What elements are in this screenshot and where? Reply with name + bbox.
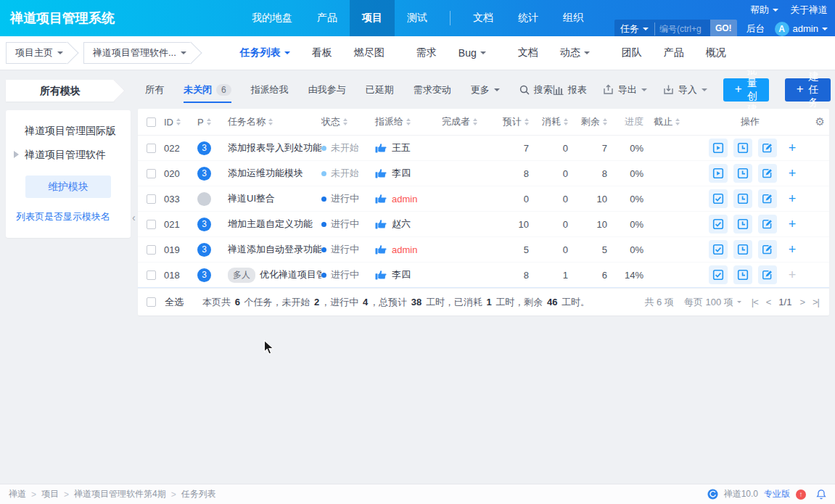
row-checkbox[interactable] — [147, 270, 156, 280]
sort-icon[interactable] — [564, 116, 568, 128]
tab-6[interactable]: 动态 — [560, 46, 590, 59]
filter-3[interactable]: 由我参与 — [308, 70, 346, 109]
sort-icon[interactable] — [603, 116, 607, 128]
sort-icon[interactable] — [525, 116, 529, 128]
first-page-button[interactable]: |< — [752, 297, 758, 307]
batch-create-button[interactable]: + 批量创建 — [723, 78, 769, 102]
edit-button[interactable] — [758, 164, 777, 183]
tab-8[interactable]: 产品 — [664, 46, 684, 59]
add-subtask-button[interactable]: + — [783, 215, 802, 234]
module-item-intl[interactable]: 禅道项目管理国际版 — [16, 123, 120, 139]
about-link[interactable]: 关于禅道 — [790, 4, 828, 17]
main-menu-5[interactable]: 文档 — [461, 0, 506, 36]
breadcrumb-project-home[interactable]: 项目主页 — [6, 42, 67, 64]
report-button[interactable]: 报表 — [553, 83, 587, 96]
go-button[interactable]: GO! — [710, 20, 737, 38]
footer-crumb-3[interactable]: 任务列表 — [181, 488, 216, 500]
add-subtask-button[interactable]: + — [783, 139, 802, 157]
log-effort-button[interactable] — [733, 189, 752, 208]
assignee[interactable]: 赵六 — [375, 218, 442, 231]
search-type-dropdown[interactable]: 任务 — [614, 22, 655, 36]
search-input[interactable] — [655, 24, 710, 34]
tab-2[interactable]: 燃尽图 — [354, 46, 384, 59]
filter-1[interactable]: 未关闭6 — [184, 70, 231, 109]
header-checkbox[interactable] — [147, 117, 156, 127]
start-button[interactable] — [709, 139, 728, 157]
sort-icon[interactable] — [473, 116, 477, 128]
select-all-checkbox[interactable] — [147, 297, 156, 307]
edit-button[interactable] — [758, 189, 777, 208]
prev-page-button[interactable]: < — [766, 297, 771, 307]
last-page-button[interactable]: >| — [813, 297, 819, 307]
sidebar-collapse-icon[interactable]: ‹ — [132, 212, 136, 223]
filter-6[interactable]: 更多 — [471, 70, 500, 109]
finish-button[interactable] — [709, 265, 728, 284]
filter-5[interactable]: 需求变动 — [414, 70, 451, 109]
help-menu[interactable]: 帮助 — [750, 4, 778, 17]
sort-icon[interactable] — [406, 116, 411, 128]
row-checkbox[interactable] — [147, 144, 156, 153]
main-menu-0[interactable]: 我的地盘 — [239, 0, 305, 36]
finish-button[interactable] — [709, 240, 728, 259]
edit-button[interactable] — [758, 215, 777, 234]
sort-icon[interactable] — [343, 116, 347, 128]
task-name-link[interactable]: 添加运维功能模块 — [228, 167, 321, 180]
tab-0[interactable]: 任务列表 — [240, 46, 290, 59]
breadcrumb-current-project[interactable]: 禅道项目管理软件... — [83, 42, 191, 64]
tab-3[interactable]: 需求 — [416, 46, 437, 59]
main-menu-2[interactable]: 项目 — [350, 0, 395, 36]
row-checkbox[interactable] — [147, 169, 156, 178]
export-menu[interactable]: 导出 — [603, 83, 647, 96]
edit-button[interactable] — [758, 265, 777, 284]
user-menu[interactable]: A admin — [775, 22, 828, 36]
create-task-button[interactable]: + 建任务 — [785, 78, 831, 102]
add-subtask-button[interactable]: + — [783, 189, 802, 208]
finish-button[interactable] — [709, 189, 728, 208]
task-name-link[interactable]: 增加主题自定义功能 — [228, 218, 321, 231]
task-name-link[interactable]: 多人优化禅道项目管理... — [228, 268, 321, 283]
task-name-link[interactable]: 添加报表导入到处功能 — [228, 141, 321, 154]
finish-button[interactable] — [709, 215, 728, 234]
log-effort-button[interactable] — [733, 164, 752, 183]
assignee[interactable]: 王五 — [375, 141, 442, 154]
assignee[interactable]: admin — [375, 244, 442, 255]
filter-0[interactable]: 所有 — [145, 70, 164, 109]
filter-2[interactable]: 指派给我 — [251, 70, 289, 109]
log-effort-button[interactable] — [733, 265, 752, 284]
add-subtask-button[interactable]: + — [783, 164, 802, 183]
filter-7[interactable]: 搜索 — [519, 70, 553, 109]
module-item-software[interactable]: 禅道项目管理软件 — [16, 147, 120, 162]
admin-panel-link[interactable]: 后台 — [746, 22, 765, 36]
bell-icon[interactable] — [816, 489, 826, 500]
start-button[interactable] — [709, 164, 728, 183]
sort-icon[interactable] — [675, 116, 680, 128]
main-menu-6[interactable]: 统计 — [506, 0, 551, 36]
maintain-module-button[interactable]: 维护模块 — [25, 175, 111, 198]
sort-icon[interactable] — [207, 116, 211, 128]
task-name-link[interactable]: 禅道添加自动登录功能 — [228, 243, 321, 256]
tab-9[interactable]: 概况 — [706, 46, 726, 59]
main-menu-3[interactable]: 测试 — [395, 0, 440, 36]
log-effort-button[interactable] — [733, 215, 752, 234]
footer-crumb-1[interactable]: 项目 — [41, 488, 59, 500]
edit-button[interactable] — [758, 139, 777, 157]
toggle-module-name-link[interactable]: 列表页是否显示模块名 — [16, 210, 120, 223]
tab-5[interactable]: 文档 — [518, 46, 538, 59]
add-subtask-button[interactable]: + — [783, 240, 802, 259]
log-effort-button[interactable] — [733, 139, 752, 157]
per-page-dropdown[interactable]: 每页 100 项 — [684, 296, 741, 309]
main-menu-1[interactable]: 产品 — [305, 0, 350, 36]
footer-crumb-2[interactable]: 禅道项目管理软件第4期 — [74, 488, 166, 500]
footer-crumb-0[interactable]: 禅道 — [9, 488, 26, 500]
assignee[interactable]: 李四 — [375, 167, 442, 180]
tab-7[interactable]: 团队 — [622, 46, 642, 59]
filter-4[interactable]: 已延期 — [366, 70, 394, 109]
row-checkbox[interactable] — [147, 220, 156, 229]
row-checkbox[interactable] — [147, 245, 156, 255]
gear-icon[interactable]: ⚙ — [802, 115, 829, 128]
next-page-button[interactable]: > — [799, 297, 805, 307]
edit-button[interactable] — [758, 240, 777, 259]
update-badge-icon[interactable]: ↑ — [796, 489, 806, 500]
import-menu[interactable]: 导入 — [663, 83, 707, 96]
main-menu-7[interactable]: 组织 — [551, 0, 596, 36]
